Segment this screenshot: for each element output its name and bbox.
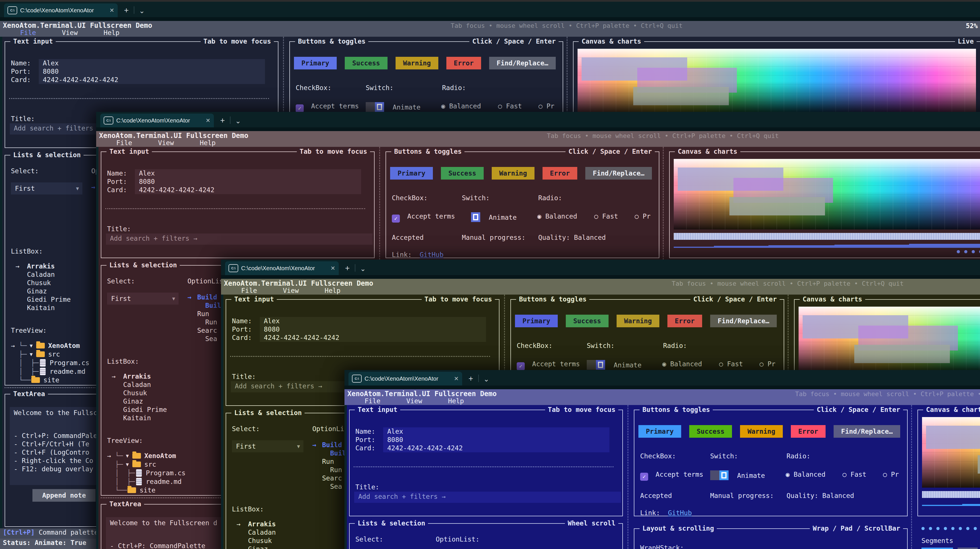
list-item[interactable]: Chusuk xyxy=(237,537,292,545)
primary-button[interactable]: Primary xyxy=(390,167,433,179)
close-tab-icon[interactable]: ✕ xyxy=(454,375,459,382)
list-item[interactable]: Caladan xyxy=(16,270,71,279)
port-input[interactable]: 8080 xyxy=(260,325,486,333)
menu-item-help[interactable]: Help xyxy=(448,397,464,405)
accept-terms-checkbox[interactable]: ✓ Accept terms xyxy=(392,212,455,222)
primary-button[interactable]: Primary xyxy=(638,425,681,438)
animate-switch[interactable]: Animate xyxy=(587,360,641,370)
tree-node[interactable]: → └─▼XenoAtom xyxy=(107,451,185,460)
menu-item-view[interactable]: View xyxy=(283,287,299,294)
menu-item-view[interactable]: View xyxy=(158,139,173,147)
find-replace-button[interactable]: Find/Replace… xyxy=(585,167,652,179)
port-input[interactable]: 8080 xyxy=(135,178,361,186)
tree-node[interactable]: └──site xyxy=(107,486,185,495)
list-item[interactable]: Giedi Prime xyxy=(16,295,71,304)
radio-precise[interactable]: ○ Pr xyxy=(760,360,775,368)
primary-button[interactable]: Primary xyxy=(294,57,337,70)
option-item[interactable]: Build xyxy=(188,301,225,310)
radio-balanced[interactable]: ◉ Balanced xyxy=(786,470,825,479)
terminal-tab[interactable]: C:\ C:\code\XenoAtom\XenoAtor ✕ xyxy=(4,3,118,17)
close-tab-icon[interactable]: ✕ xyxy=(109,7,114,14)
github-link[interactable]: GitHub xyxy=(668,509,692,517)
list-item[interactable]: Chusuk xyxy=(16,279,71,287)
terminal-tab[interactable]: C:\ C:\code\XenoAtom\XenoAtor ✕ xyxy=(225,261,339,275)
card-input[interactable]: 4242-4242-4242-4242 xyxy=(383,444,609,452)
select-dropdown[interactable]: First ▼ xyxy=(11,182,83,195)
radio-balanced[interactable]: ◉ Balanced xyxy=(537,212,577,221)
tree-node[interactable]: ├─▼src xyxy=(107,460,185,469)
warning-button[interactable]: Warning xyxy=(492,167,535,179)
close-tab-icon[interactable]: ✕ xyxy=(205,117,210,124)
select-dropdown[interactable]: First ▼ xyxy=(232,440,304,452)
tree-node[interactable]: │ ├─Program.cs xyxy=(107,469,185,477)
radio-precise[interactable]: ○ Pr xyxy=(635,212,651,221)
tree-node[interactable]: │ ├─Program.cs xyxy=(11,359,89,367)
radio-balanced[interactable]: ◉ Balanced xyxy=(662,360,702,368)
tab-dropdown-icon[interactable]: ⌄ xyxy=(360,265,366,273)
radio-fast[interactable]: ○ Fast xyxy=(594,212,618,221)
card-input[interactable]: 4242-4242-4242-4242 xyxy=(39,76,265,84)
new-tab-button[interactable]: + xyxy=(345,263,350,273)
menu-item-file[interactable]: File xyxy=(364,397,380,405)
new-tab-button[interactable]: + xyxy=(220,116,225,125)
warning-button[interactable]: Warning xyxy=(617,315,659,327)
find-replace-button[interactable]: Find/Replace… xyxy=(489,57,556,70)
find-replace-button[interactable]: Find/Replace… xyxy=(710,315,777,327)
error-button[interactable]: Error xyxy=(542,167,577,179)
list-item[interactable]: Caladan xyxy=(237,528,292,537)
card-input[interactable]: 4242-4242-4242-4242 xyxy=(260,333,486,342)
option-item[interactable]: Run xyxy=(188,310,225,318)
animate-switch[interactable]: Animate xyxy=(462,212,517,222)
list-item[interactable]: Ginaz xyxy=(237,545,292,549)
menu-item-view[interactable]: View xyxy=(62,29,78,36)
list-item[interactable]: →Arrakis xyxy=(16,262,71,270)
menu-item-file[interactable]: File xyxy=(20,29,36,36)
new-tab-button[interactable]: + xyxy=(124,6,129,15)
find-replace-button[interactable]: Find/Replace… xyxy=(834,425,900,438)
radio-fast[interactable]: ○ Fast xyxy=(843,470,866,479)
option-item[interactable]: Sea xyxy=(188,335,225,343)
close-tab-icon[interactable]: ✕ xyxy=(330,265,335,271)
tab-dropdown-icon[interactable]: ⌄ xyxy=(139,7,145,15)
list-item[interactable]: Ginaz xyxy=(112,397,167,406)
list-item[interactable]: Kaitain xyxy=(16,304,71,312)
success-button[interactable]: Success xyxy=(345,57,388,70)
accept-terms-checkbox[interactable]: ✓ Accept terms xyxy=(296,102,359,113)
radio-balanced[interactable]: ◉ Balanced xyxy=(441,102,481,110)
menu-item-help[interactable]: Help xyxy=(325,287,340,294)
append-note-button[interactable]: Append note xyxy=(32,489,95,502)
name-input[interactable]: Alex xyxy=(135,169,361,178)
tab-dropdown-icon[interactable]: ⌄ xyxy=(484,375,489,383)
list-item[interactable]: Kaitain xyxy=(112,414,167,422)
option-item[interactable]: Run xyxy=(188,318,225,327)
success-button[interactable]: Success xyxy=(566,315,609,327)
animate-switch[interactable]: Animate xyxy=(366,102,420,112)
radio-fast[interactable]: ○ Fast xyxy=(498,102,522,110)
tree-node[interactable]: → └─▼XenoAtom xyxy=(11,341,89,350)
list-item[interactable]: Giedi Prime xyxy=(112,406,167,414)
tree-node[interactable]: └──site xyxy=(11,376,89,384)
warning-button[interactable]: Warning xyxy=(396,57,438,70)
primary-button[interactable]: Primary xyxy=(515,315,558,327)
accept-terms-checkbox[interactable]: ✓ Accept terms xyxy=(640,470,703,481)
name-input[interactable]: Alex xyxy=(383,427,609,436)
menu-item-file[interactable]: File xyxy=(116,139,132,147)
option-item[interactable]: Searc xyxy=(188,327,225,335)
error-button[interactable]: Error xyxy=(791,425,826,438)
animate-switch[interactable]: Animate xyxy=(710,470,765,480)
radio-precise[interactable]: ○ Pr xyxy=(539,102,554,110)
tree-node[interactable]: ├─▼src xyxy=(11,350,89,359)
success-button[interactable]: Success xyxy=(441,167,484,179)
list-item[interactable]: →Arrakis xyxy=(112,372,167,381)
error-button[interactable]: Error xyxy=(446,57,481,70)
new-tab-button[interactable]: + xyxy=(468,374,473,383)
radio-precise[interactable]: ○ Pr xyxy=(883,470,899,479)
menu-item-view[interactable]: View xyxy=(406,397,422,405)
port-input[interactable]: 8080 xyxy=(39,67,265,76)
card-input[interactable]: 4242-4242-4242-4242 xyxy=(135,186,361,194)
menu-item-help[interactable]: Help xyxy=(200,139,216,147)
search-input[interactable]: Add search + filters → xyxy=(354,492,621,503)
menu-item-help[interactable]: Help xyxy=(103,29,119,36)
success-button[interactable]: Success xyxy=(689,425,732,438)
name-input[interactable]: Alex xyxy=(260,317,486,325)
